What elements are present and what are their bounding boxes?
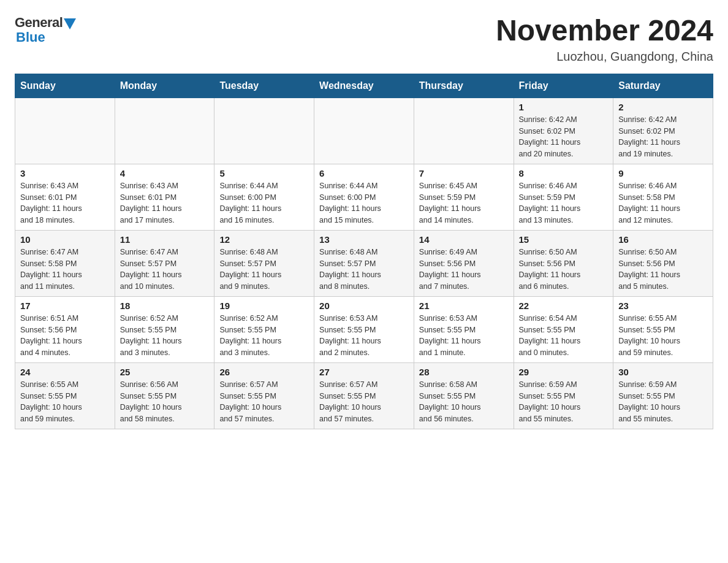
weekday-header-sunday: Sunday xyxy=(15,74,115,98)
day-number: 28 xyxy=(419,367,509,377)
day-number: 4 xyxy=(120,168,210,178)
day-info: Sunrise: 6:57 AM Sunset: 5:55 PM Dayligh… xyxy=(219,379,309,425)
day-info: Sunrise: 6:46 AM Sunset: 5:58 PM Dayligh… xyxy=(618,180,708,226)
calendar-cell: 26Sunrise: 6:57 AM Sunset: 5:55 PM Dayli… xyxy=(214,362,314,429)
day-info: Sunrise: 6:53 AM Sunset: 5:55 PM Dayligh… xyxy=(319,313,409,359)
day-number: 21 xyxy=(419,301,509,311)
calendar-cell: 23Sunrise: 6:55 AM Sunset: 5:55 PM Dayli… xyxy=(613,296,713,362)
calendar-week-row: 17Sunrise: 6:51 AM Sunset: 5:56 PM Dayli… xyxy=(15,296,713,362)
day-info: Sunrise: 6:48 AM Sunset: 5:57 PM Dayligh… xyxy=(319,247,409,293)
day-number: 9 xyxy=(618,168,708,178)
calendar-cell: 21Sunrise: 6:53 AM Sunset: 5:55 PM Dayli… xyxy=(414,296,514,362)
calendar-cell: 20Sunrise: 6:53 AM Sunset: 5:55 PM Dayli… xyxy=(314,296,414,362)
day-number: 12 xyxy=(219,234,309,245)
day-info: Sunrise: 6:44 AM Sunset: 6:00 PM Dayligh… xyxy=(219,180,309,226)
month-title: November 2024 xyxy=(496,15,713,47)
calendar-cell: 16Sunrise: 6:50 AM Sunset: 5:56 PM Dayli… xyxy=(613,230,713,296)
calendar-cell: 8Sunrise: 6:46 AM Sunset: 5:59 PM Daylig… xyxy=(514,164,613,230)
calendar-cell: 28Sunrise: 6:58 AM Sunset: 5:55 PM Dayli… xyxy=(414,362,514,429)
calendar-cell: 15Sunrise: 6:50 AM Sunset: 5:56 PM Dayli… xyxy=(514,230,613,296)
title-section: November 2024 Luozhou, Guangdong, China xyxy=(496,15,713,64)
calendar-cell: 11Sunrise: 6:47 AM Sunset: 5:57 PM Dayli… xyxy=(115,230,214,296)
calendar-cell: 3Sunrise: 6:43 AM Sunset: 6:01 PM Daylig… xyxy=(15,164,115,230)
calendar-week-row: 10Sunrise: 6:47 AM Sunset: 5:58 PM Dayli… xyxy=(15,230,713,296)
calendar-week-row: 1Sunrise: 6:42 AM Sunset: 6:02 PM Daylig… xyxy=(15,98,713,164)
day-info: Sunrise: 6:42 AM Sunset: 6:02 PM Dayligh… xyxy=(519,114,609,160)
calendar-cell: 10Sunrise: 6:47 AM Sunset: 5:58 PM Dayli… xyxy=(15,230,115,296)
day-number: 16 xyxy=(618,234,708,245)
calendar-cell: 30Sunrise: 6:59 AM Sunset: 5:55 PM Dayli… xyxy=(613,362,713,429)
day-number: 29 xyxy=(519,367,609,377)
calendar-table: SundayMondayTuesdayWednesdayThursdayFrid… xyxy=(15,74,713,429)
day-info: Sunrise: 6:53 AM Sunset: 5:55 PM Dayligh… xyxy=(419,313,509,359)
day-info: Sunrise: 6:48 AM Sunset: 5:57 PM Dayligh… xyxy=(219,247,309,293)
day-info: Sunrise: 6:45 AM Sunset: 5:59 PM Dayligh… xyxy=(419,180,509,226)
calendar-week-row: 24Sunrise: 6:55 AM Sunset: 5:55 PM Dayli… xyxy=(15,362,713,429)
day-info: Sunrise: 6:50 AM Sunset: 5:56 PM Dayligh… xyxy=(618,247,708,293)
day-info: Sunrise: 6:47 AM Sunset: 5:58 PM Dayligh… xyxy=(20,247,110,293)
day-number: 18 xyxy=(120,301,210,311)
calendar-cell: 12Sunrise: 6:48 AM Sunset: 5:57 PM Dayli… xyxy=(214,230,314,296)
logo-general-text: General xyxy=(15,15,63,31)
day-info: Sunrise: 6:42 AM Sunset: 6:02 PM Dayligh… xyxy=(618,114,708,160)
weekday-header-saturday: Saturday xyxy=(613,74,713,98)
calendar-cell: 4Sunrise: 6:43 AM Sunset: 6:01 PM Daylig… xyxy=(115,164,214,230)
day-number: 25 xyxy=(120,367,210,377)
calendar-cell xyxy=(314,98,414,164)
day-number: 23 xyxy=(618,301,708,311)
calendar-cell xyxy=(214,98,314,164)
day-number: 10 xyxy=(20,234,110,245)
day-info: Sunrise: 6:57 AM Sunset: 5:55 PM Dayligh… xyxy=(319,379,409,425)
calendar-header-row: SundayMondayTuesdayWednesdayThursdayFrid… xyxy=(15,74,713,98)
day-number: 3 xyxy=(20,168,110,178)
logo-arrow-icon xyxy=(64,18,76,29)
day-info: Sunrise: 6:52 AM Sunset: 5:55 PM Dayligh… xyxy=(219,313,309,359)
calendar-cell: 19Sunrise: 6:52 AM Sunset: 5:55 PM Dayli… xyxy=(214,296,314,362)
calendar-cell xyxy=(15,98,115,164)
day-number: 26 xyxy=(219,367,309,377)
calendar-cell: 22Sunrise: 6:54 AM Sunset: 5:55 PM Dayli… xyxy=(514,296,613,362)
day-info: Sunrise: 6:43 AM Sunset: 6:01 PM Dayligh… xyxy=(20,180,110,226)
day-info: Sunrise: 6:50 AM Sunset: 5:56 PM Dayligh… xyxy=(519,247,609,293)
weekday-header-wednesday: Wednesday xyxy=(314,74,414,98)
day-info: Sunrise: 6:58 AM Sunset: 5:55 PM Dayligh… xyxy=(419,379,509,425)
calendar-cell xyxy=(115,98,214,164)
calendar-cell: 14Sunrise: 6:49 AM Sunset: 5:56 PM Dayli… xyxy=(414,230,514,296)
day-info: Sunrise: 6:55 AM Sunset: 5:55 PM Dayligh… xyxy=(20,379,110,425)
day-number: 8 xyxy=(519,168,609,178)
day-number: 30 xyxy=(618,367,708,377)
calendar-cell: 2Sunrise: 6:42 AM Sunset: 6:02 PM Daylig… xyxy=(613,98,713,164)
calendar-cell: 27Sunrise: 6:57 AM Sunset: 5:55 PM Dayli… xyxy=(314,362,414,429)
day-number: 1 xyxy=(519,102,609,112)
weekday-header-tuesday: Tuesday xyxy=(214,74,314,98)
day-info: Sunrise: 6:44 AM Sunset: 6:00 PM Dayligh… xyxy=(319,180,409,226)
day-info: Sunrise: 6:59 AM Sunset: 5:55 PM Dayligh… xyxy=(519,379,609,425)
calendar-cell: 24Sunrise: 6:55 AM Sunset: 5:55 PM Dayli… xyxy=(15,362,115,429)
day-number: 7 xyxy=(419,168,509,178)
day-info: Sunrise: 6:51 AM Sunset: 5:56 PM Dayligh… xyxy=(20,313,110,359)
location-text: Luozhou, Guangdong, China xyxy=(496,50,713,64)
calendar-cell: 1Sunrise: 6:42 AM Sunset: 6:02 PM Daylig… xyxy=(514,98,613,164)
day-info: Sunrise: 6:49 AM Sunset: 5:56 PM Dayligh… xyxy=(419,247,509,293)
day-info: Sunrise: 6:43 AM Sunset: 6:01 PM Dayligh… xyxy=(120,180,210,226)
day-number: 6 xyxy=(319,168,409,178)
logo-blue-text: Blue xyxy=(16,29,45,45)
calendar-cell: 6Sunrise: 6:44 AM Sunset: 6:00 PM Daylig… xyxy=(314,164,414,230)
day-number: 27 xyxy=(319,367,409,377)
day-info: Sunrise: 6:56 AM Sunset: 5:55 PM Dayligh… xyxy=(120,379,210,425)
day-info: Sunrise: 6:54 AM Sunset: 5:55 PM Dayligh… xyxy=(519,313,609,359)
logo: General Blue xyxy=(15,15,76,45)
day-number: 17 xyxy=(20,301,110,311)
day-info: Sunrise: 6:59 AM Sunset: 5:55 PM Dayligh… xyxy=(618,379,708,425)
day-info: Sunrise: 6:52 AM Sunset: 5:55 PM Dayligh… xyxy=(120,313,210,359)
calendar-week-row: 3Sunrise: 6:43 AM Sunset: 6:01 PM Daylig… xyxy=(15,164,713,230)
day-number: 20 xyxy=(319,301,409,311)
day-number: 15 xyxy=(519,234,609,245)
day-number: 22 xyxy=(519,301,609,311)
calendar-cell: 9Sunrise: 6:46 AM Sunset: 5:58 PM Daylig… xyxy=(613,164,713,230)
calendar-cell: 25Sunrise: 6:56 AM Sunset: 5:55 PM Dayli… xyxy=(115,362,214,429)
weekday-header-monday: Monday xyxy=(115,74,214,98)
day-number: 11 xyxy=(120,234,210,245)
calendar-cell: 17Sunrise: 6:51 AM Sunset: 5:56 PM Dayli… xyxy=(15,296,115,362)
day-number: 2 xyxy=(618,102,708,112)
